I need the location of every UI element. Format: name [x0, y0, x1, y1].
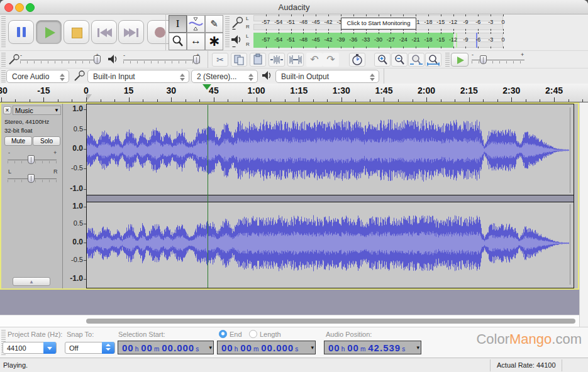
audio-host-select[interactable]: Core Audio: [6, 70, 69, 83]
hours-value[interactable]: 00: [221, 342, 233, 353]
fit-project-button[interactable]: [425, 53, 441, 67]
skip-to-start-button[interactable]: [91, 20, 117, 44]
skip-to-end-button[interactable]: [118, 20, 144, 44]
selection-end-field[interactable]: 00h 00m 00.000s ▾: [217, 341, 316, 354]
timeshift-tool-button[interactable]: ↔: [187, 33, 205, 50]
vertical-ruler[interactable]: 1.0 0.5 0.0 -0.5 -1.0 1.0 0.5 0.0 -0.5 -…: [63, 104, 86, 288]
waveform-canvas[interactable]: [87, 105, 574, 288]
length-radio[interactable]: [249, 330, 257, 338]
pan-right-label: R: [53, 168, 58, 175]
playback-speed-thumb[interactable]: [480, 55, 487, 64]
db-scale-label: -15: [436, 36, 445, 43]
selection-toolbar: Project Rate (Hz): 44100 Snap To: Off Se…: [0, 327, 588, 358]
project-rate-dropdown-button[interactable]: [43, 342, 56, 354]
draw-tool-button[interactable]: ✎: [205, 15, 223, 33]
db-scale-tick: [441, 32, 441, 34]
vertical-scrollbar[interactable]: [579, 102, 588, 327]
snap-to-stepper-button[interactable]: [102, 342, 114, 354]
audio-position-field[interactable]: 00h 00m 42.539s ▾: [324, 341, 421, 354]
redo-button[interactable]: ↷: [323, 53, 339, 67]
timeline-major-tick: [171, 97, 172, 102]
horizontal-scrollbar[interactable]: [0, 315, 579, 327]
minutes-value[interactable]: 00: [240, 342, 252, 353]
pause-button[interactable]: [8, 20, 34, 44]
playback-meter[interactable]: L R -57-54-51-48-45-42-39-36-33-30-27-24…: [230, 32, 503, 49]
selection-start-field[interactable]: 00h 00m 00.000s ▾: [118, 341, 214, 354]
undo-button[interactable]: ↶: [306, 53, 323, 67]
selection-tool-button[interactable]: I: [169, 15, 187, 33]
db-scale-tick: [266, 29, 267, 31]
db-scale-tick: [403, 32, 404, 34]
transcription-toolbar-grip[interactable]: [445, 53, 450, 67]
horizontal-scrollbar-thumb[interactable]: [86, 319, 575, 324]
recording-meter-bars[interactable]: -57-54-51-48-45-42-39-36-33-30-27-24-21-…: [253, 14, 503, 31]
recording-channels-select[interactable]: 2 (Stereo)...: [191, 70, 258, 83]
play-at-speed-button[interactable]: [451, 53, 469, 67]
minutes-value[interactable]: 00: [347, 342, 359, 353]
mixer-toolbar-grip[interactable]: [1, 53, 6, 67]
recording-device-select[interactable]: Built-in Input: [87, 70, 189, 83]
track-gain-thumb[interactable]: [28, 155, 35, 164]
db-scale-tick: [465, 46, 466, 48]
track-title-menu[interactable]: Music ▼: [13, 106, 61, 115]
cut-button[interactable]: ✂: [212, 53, 228, 67]
db-scale-tick: [328, 32, 329, 34]
hours-unit: h: [135, 346, 139, 353]
hours-value[interactable]: 00: [122, 342, 134, 353]
status-message: Playing.: [3, 361, 28, 369]
transport-toolbar-grip[interactable]: [1, 16, 6, 48]
copy-icon: [231, 53, 247, 66]
seconds-value[interactable]: 00.000: [162, 342, 194, 353]
end-radio[interactable]: [219, 330, 227, 338]
timeline-minor-tick: [569, 99, 569, 102]
input-volume-slider[interactable]: [20, 60, 101, 60]
play-button[interactable]: [36, 20, 62, 44]
zoom-in-button[interactable]: [374, 53, 391, 67]
ruler-value: 0.5: [74, 219, 83, 227]
chevron-up-icon: [370, 74, 375, 77]
toolbar-divider: [208, 51, 208, 68]
seconds-value[interactable]: 00.000: [261, 342, 294, 353]
timeline-ruler[interactable]: -30-1501530451:001:151:301:452:002:152:3…: [0, 84, 588, 102]
seconds-value[interactable]: 42.539: [368, 342, 401, 353]
hours-value[interactable]: 00: [328, 342, 340, 353]
playback-meter-scale: -57-54-51-48-45-42-39-36-33-30-27-24-21-…: [253, 32, 503, 48]
recording-meter[interactable]: L R -57-54-51-48-45-42-39-36-33-30-27-24…: [230, 14, 503, 31]
monitoring-tooltip[interactable]: Click to Start Monitoring: [341, 18, 416, 30]
track-pan-thumb[interactable]: [28, 174, 35, 183]
paste-button[interactable]: [250, 53, 266, 67]
silence-audio-button[interactable]: [287, 53, 304, 67]
device-toolbar-grip[interactable]: [1, 70, 6, 82]
playback-meter-bars[interactable]: -57-54-51-48-45-42-39-36-33-30-27-24-21-…: [253, 32, 503, 48]
db-scale-tick: [303, 29, 304, 31]
chevron-down-icon: [60, 78, 65, 81]
scissors-icon: ✂: [216, 55, 224, 65]
minutes-value[interactable]: 00: [141, 342, 153, 353]
snap-to-select[interactable]: Off: [65, 342, 115, 354]
input-volume-thumb[interactable]: [94, 55, 101, 64]
solo-button[interactable]: Solo: [33, 136, 60, 146]
sync-lock-button[interactable]: [349, 53, 365, 67]
copy-button[interactable]: [231, 53, 247, 67]
fit-selection-button[interactable]: [408, 53, 424, 67]
playback-device-select[interactable]: Built-in Output: [275, 70, 379, 83]
output-volume-thumb[interactable]: [193, 55, 200, 64]
output-volume-slider[interactable]: [123, 60, 200, 60]
stop-button[interactable]: [64, 20, 89, 44]
timeline-label: 2:45: [545, 85, 563, 96]
format-dropdown-icon[interactable]: ▾: [209, 344, 212, 351]
format-dropdown-icon[interactable]: ▾: [311, 344, 314, 351]
multi-tool-button[interactable]: ∗: [205, 33, 223, 50]
zoom-out-button[interactable]: [391, 53, 408, 67]
db-scale-label: -18: [424, 36, 432, 43]
close-track-button[interactable]: ×: [3, 106, 11, 114]
project-rate-select[interactable]: 44100: [3, 342, 57, 354]
envelope-tool-button[interactable]: [187, 15, 205, 33]
meter-toolbar-grip[interactable]: [225, 16, 230, 48]
collapse-track-button[interactable]: ▲: [13, 277, 50, 286]
mute-button[interactable]: Mute: [4, 136, 32, 146]
format-dropdown-icon[interactable]: ▾: [416, 344, 419, 351]
db-scale-label: -12: [449, 36, 457, 43]
zoom-tool-button[interactable]: [169, 33, 187, 50]
trim-audio-button[interactable]: [269, 53, 285, 67]
